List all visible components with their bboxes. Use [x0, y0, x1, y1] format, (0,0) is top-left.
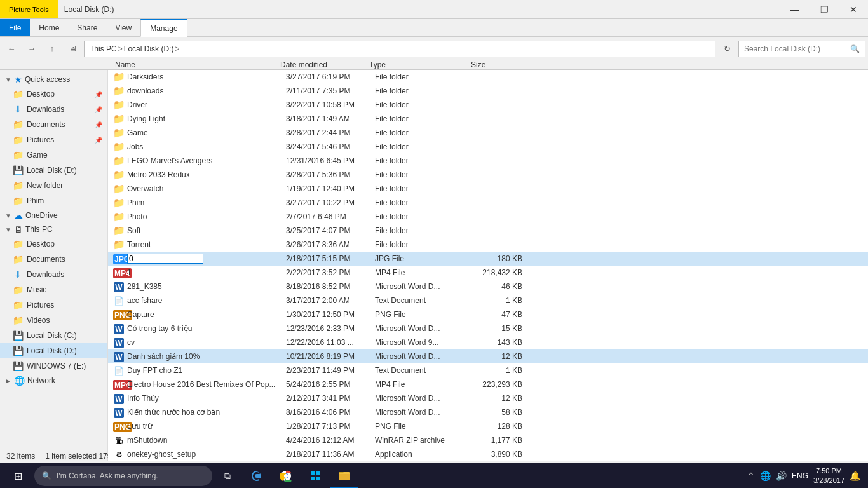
file-type-cell: File folder [375, 128, 477, 137]
file-type-cell: JPG File [375, 254, 477, 263]
file-name-cell: downloads [127, 86, 286, 95]
sidebar-item-localdiskd-qa[interactable]: 💾 Local Disk (D:) [0, 163, 107, 178]
forward-button[interactable]: → [23, 41, 41, 57]
search-box[interactable]: 🔍 [738, 41, 865, 57]
notification-icon[interactable]: 🔔 [850, 471, 860, 481]
onedrive-icon: ☁ [14, 210, 23, 220]
table-row[interactable]: 📄Duy FPT cho Z12/23/2017 11:49 PMText Do… [108, 363, 868, 377]
sidebar-item-localc-pc[interactable]: 💾 Local Disk (C:) [0, 328, 107, 343]
sidebar-item-desktop-pc[interactable]: 📁 Desktop [0, 236, 107, 252]
table-row[interactable]: 📁Phim3/27/2017 10:22 PMFile folder [108, 196, 868, 210]
up-button[interactable]: ↑ [43, 41, 61, 57]
table-row[interactable]: PNGCapture1/30/2017 12:50 PMPNG File47 K… [108, 308, 868, 322]
file-icon: 📁 [113, 183, 125, 194]
sidebar-item-downloads-pc[interactable]: ⬇ Downloads [0, 267, 107, 282]
sidebar-network-label: Network [27, 376, 55, 385]
table-row[interactable]: 📁Jobs3/24/2017 5:46 PMFile folder [108, 140, 868, 154]
picture-tools-tab[interactable]: Picture Tools [0, 0, 58, 18]
tab-view[interactable]: View [106, 19, 140, 36]
table-row[interactable]: PNGLưu trữ1/28/2017 7:13 PMPNG File128 K… [108, 419, 868, 433]
table-row[interactable]: 📁Torrent3/26/2017 8:36 AMFile folder [108, 238, 868, 252]
sidebar-group-onedrive[interactable]: ▼ ☁ OneDrive [0, 208, 107, 222]
table-row[interactable]: 📁downloads2/11/2017 7:35 PMFile folder [108, 84, 868, 98]
path-local-disk[interactable]: Local Disk (D:) [124, 44, 174, 53]
back-button[interactable]: ← [3, 41, 20, 57]
sidebar-item-game-qa[interactable]: 📁 Game [0, 147, 107, 163]
sidebar-item-locald-pc[interactable]: 💾 Local Disk (D:) [0, 343, 107, 358]
table-row[interactable]: 📁Soft3/25/2017 4:07 PMFile folder [108, 224, 868, 238]
chrome-button[interactable] [272, 463, 300, 488]
table-row[interactable]: JPG2/18/2017 5:15 PMJPG File180 KB [108, 252, 868, 266]
table-row[interactable]: MP4Electro House 2016 Best Remixes Of Po… [108, 377, 868, 391]
app3-button[interactable] [301, 463, 329, 488]
tray-up-icon[interactable]: ⌃ [747, 471, 755, 481]
col-header-size[interactable]: Size [467, 60, 518, 69]
table-row[interactable]: WDanh sách giảm 10%10/21/2016 8:19 PMMic… [108, 349, 868, 363]
tab-share[interactable]: Share [68, 19, 106, 36]
cortana-search[interactable]: 🔍 I'm Cortana. Ask me anything. [34, 466, 212, 486]
table-row[interactable]: 📁Driver3/22/2017 10:58 PMFile folder [108, 98, 868, 112]
file-type-cell: Microsoft Word 9... [375, 338, 477, 347]
clock[interactable]: 7:50 PM 3/28/2017 [813, 466, 844, 486]
file-list-wrapper[interactable]: 📁Darksiders3/27/2017 6:19 PMFile folder📁… [108, 70, 868, 461]
sidebar-item-documents-qa[interactable]: 📁 Documents 📌 [0, 117, 107, 132]
table-row[interactable]: 📁LEGO Marvel's Avengers12/31/2016 6:45 P… [108, 154, 868, 168]
file-size-cell: 47 KB [477, 310, 527, 319]
col-header-name[interactable]: Name [111, 60, 276, 69]
minimize-button[interactable]: — [780, 0, 810, 18]
refresh-button[interactable]: ↻ [718, 41, 736, 57]
table-row[interactable]: 📁Photo2/7/2017 6:46 PMFile folder [108, 210, 868, 224]
file-type-cell: File folder [375, 184, 477, 193]
table-row[interactable]: 📄acc fshare3/17/2017 2:00 AMText Documen… [108, 294, 868, 308]
close-button[interactable]: ✕ [839, 0, 868, 18]
table-row[interactable]: Wcv12/22/2016 11:03 ...Microsoft Word 9.… [108, 336, 868, 349]
file-icon: 📁 [113, 141, 125, 152]
sidebar-group-network[interactable]: ► 🌐 Network [0, 374, 107, 388]
sidebar-item-pictures-qa[interactable]: 📁 Pictures 📌 [0, 132, 107, 147]
explorer-button[interactable] [330, 463, 358, 488]
tab-file[interactable]: File [0, 19, 30, 36]
tab-manage[interactable]: Manage [140, 19, 187, 37]
col-header-type[interactable]: Type [365, 60, 467, 69]
start-button[interactable]: ⊞ [3, 463, 33, 488]
table-row[interactable]: WKiến thức nước hoa cơ bản8/16/2016 4:06… [108, 405, 868, 419]
sidebar-item-documents-pc[interactable]: 📁 Documents [0, 252, 107, 267]
table-row[interactable]: 📁Darksiders3/27/2017 6:19 PMFile folder [108, 70, 868, 84]
table-row[interactable]: MP412/22/2017 3:52 PMMP4 File218,432 KB [108, 266, 868, 280]
sidebar-item-videos-pc[interactable]: 📁 Videos [0, 313, 107, 328]
sidebar-item-pictures-pc[interactable]: 📁 Pictures [0, 297, 107, 313]
sidebar-item-phim-qa[interactable]: 📁 Phim [0, 193, 107, 208]
sidebar-item-music-pc[interactable]: 📁 Music [0, 282, 107, 297]
computer-icon-button[interactable]: 🖥 [64, 41, 81, 57]
file-name-cell[interactable] [127, 254, 286, 264]
network-tray-icon[interactable]: 🌐 [760, 471, 771, 481]
task-view-button[interactable]: ⧉ [214, 463, 241, 488]
path-this-pc[interactable]: This PC [90, 44, 117, 53]
sidebar-item-newfolder-qa[interactable]: 📁 New folder [0, 178, 107, 193]
sidebar-item-win7-pc[interactable]: 💾 WINDOWS 7 (E:) [0, 358, 107, 374]
filename-input[interactable] [127, 254, 203, 264]
table-row[interactable]: 📁Overwatch1/19/2017 12:40 PMFile folder [108, 182, 868, 196]
table-row[interactable]: 📁Metro 2033 Redux3/28/2017 5:36 PMFile f… [108, 168, 868, 182]
search-input[interactable] [744, 44, 846, 53]
sidebar-group-this-pc[interactable]: ▼ 🖥 This PC [0, 222, 107, 236]
col-header-date[interactable]: Date modified [276, 60, 365, 69]
edge-button[interactable] [243, 463, 271, 488]
sidebar-item-downloads-qa[interactable]: ⬇ Downloads 📌 [0, 102, 107, 117]
table-row[interactable]: WInfo Thúy2/12/2017 3:41 PMMicrosoft Wor… [108, 391, 868, 405]
table-row[interactable]: W281_K3858/18/2016 8:52 PMMicrosoft Word… [108, 280, 868, 294]
table-row[interactable]: 📁Dying Light3/18/2017 1:49 AMFile folder [108, 112, 868, 126]
file-type-cell: WinRAR ZIP archive [375, 436, 477, 445]
sidebar-item-desktop-qa[interactable]: 📁 Desktop 📌 [0, 86, 107, 102]
address-path[interactable]: This PC > Local Disk (D:) > [84, 41, 715, 57]
table-row[interactable]: ⚙onekey-ghost_setup2/18/2017 11:36 AMApp… [108, 447, 868, 461]
maximize-button[interactable]: ❐ [810, 0, 839, 18]
sidebar-group-quick-access[interactable]: ▼ ★ Quick access [0, 72, 107, 86]
table-row[interactable]: WCó trong tay 6 triệu12/23/2016 2:33 PMM… [108, 322, 868, 336]
volume-tray-icon[interactable]: 🔊 [776, 471, 787, 481]
tab-home[interactable]: Home [30, 19, 68, 36]
table-row[interactable]: 📁Game3/28/2017 2:44 PMFile folder [108, 126, 868, 140]
lang-indicator[interactable]: ENG [792, 471, 808, 480]
file-icon: JPG [113, 254, 125, 264]
table-row[interactable]: 🗜mShutdown4/24/2016 12:12 AMWinRAR ZIP a… [108, 433, 868, 447]
